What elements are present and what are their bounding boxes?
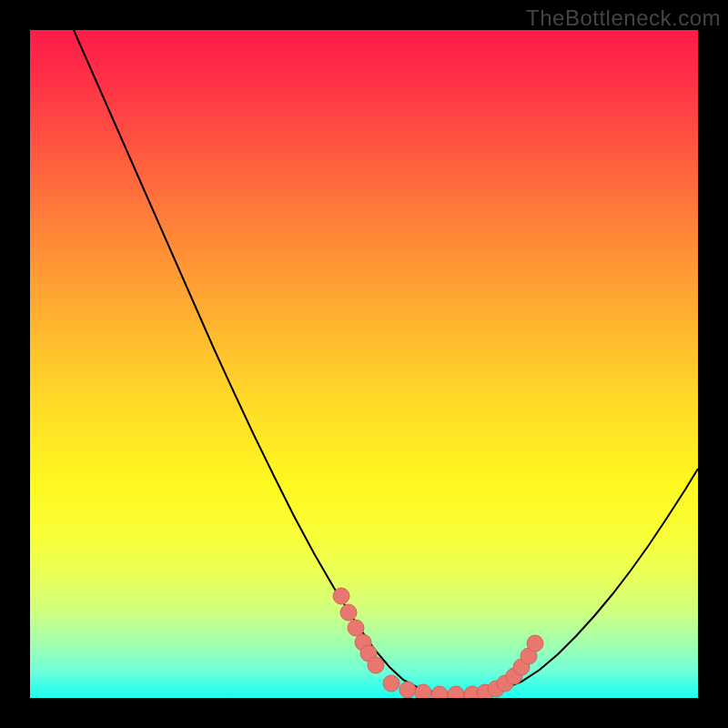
svg-point-2: [348, 620, 364, 636]
svg-point-0: [333, 588, 349, 604]
curve-layer: [30, 30, 698, 698]
svg-point-18: [527, 635, 543, 652]
bottleneck-curve: [74, 30, 698, 694]
svg-point-10: [448, 686, 464, 698]
svg-point-1: [340, 604, 357, 621]
data-dots: [333, 588, 543, 698]
plot-area: [30, 30, 698, 698]
svg-point-7: [399, 682, 416, 698]
svg-point-6: [383, 675, 399, 692]
chart-frame: TheBottleneck.com: [0, 0, 728, 728]
svg-point-5: [368, 657, 384, 673]
svg-point-9: [431, 686, 448, 698]
watermark-text: TheBottleneck.com: [526, 5, 721, 31]
svg-point-8: [415, 684, 431, 698]
